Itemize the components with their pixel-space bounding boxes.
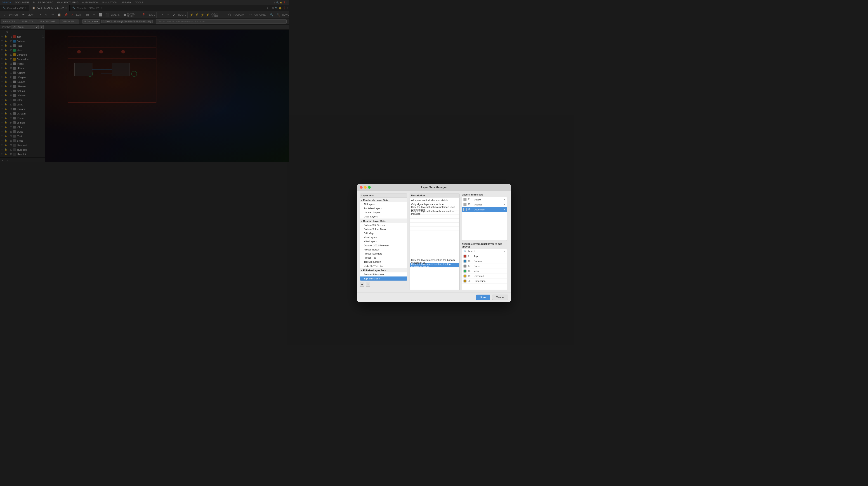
app-shell: DESIGN DOCUMENT RULES DRC/ERC MANUFACTUR… [0,0,289,162]
modal-overlay: Layer Sets Manager Layer sets ▾ Read-onl… [0,0,289,162]
